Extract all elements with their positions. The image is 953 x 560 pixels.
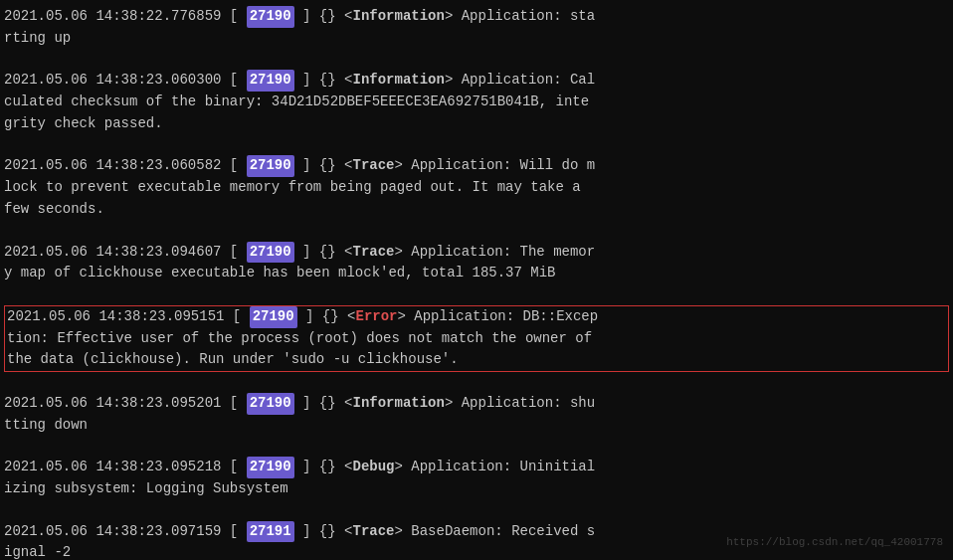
pid-badge: 27190: [247, 242, 294, 264]
log-line-log5: 2021.05.06 14:38:23.095151 [ 27190 ] {} …: [4, 305, 949, 372]
timestamp: 2021.05.06 14:38:23.095218 [: [4, 459, 247, 474]
log-line-log6: 2021.05.06 14:38:23.095201 [ 27190 ] {} …: [4, 393, 949, 436]
timestamp: 2021.05.06 14:38:23.060300 [: [4, 72, 247, 88]
timestamp: 2021.05.06 14:38:23.095151 [: [7, 308, 250, 324]
pid-badge: 27190: [247, 393, 294, 415]
pid-badge: 27190: [247, 6, 294, 28]
log-container: 2021.05.06 14:38:22.776859 [ 27190 ] {} …: [0, 0, 953, 560]
log-mid: ] {}: [294, 244, 344, 260]
log-mid: ] {}: [294, 72, 344, 88]
log-tag-trace: Trace: [352, 523, 394, 539]
timestamp: 2021.05.06 14:38:23.060582 [: [4, 157, 247, 173]
log-line-log2: 2021.05.06 14:38:23.060300 [ 27190 ] {} …: [4, 70, 949, 134]
pid-badge: 27190: [250, 306, 297, 328]
pid-badge: 27190: [247, 457, 294, 478]
pid-badge: 27190: [247, 70, 294, 92]
log-tag-trace: Trace: [352, 244, 394, 260]
log-mid: ] {}: [297, 308, 347, 324]
log-mid: ] {}: [294, 8, 344, 24]
log-tag-debug: Debug: [352, 459, 394, 474]
log-tag-information: Information: [352, 395, 444, 411]
watermark: https://blog.csdn.net/qq_42001778: [726, 534, 943, 551]
log-mid: ] {}: [294, 395, 344, 411]
log-mid: ] {}: [294, 157, 344, 173]
log-line-log4: 2021.05.06 14:38:23.094607 [ 27190 ] {} …: [4, 242, 949, 284]
log-tag-trace: Trace: [352, 157, 394, 173]
timestamp: 2021.05.06 14:38:23.095201 [: [4, 395, 247, 411]
log-tag-information: Information: [352, 8, 444, 24]
log-mid: ] {}: [294, 459, 344, 474]
log-line-log7: 2021.05.06 14:38:23.095218 [ 27190 ] {} …: [4, 457, 949, 499]
log-tag-error: Error: [355, 308, 397, 324]
log-line-log3: 2021.05.06 14:38:23.060582 [ 27190 ] {} …: [4, 155, 949, 220]
log-mid: ] {}: [294, 523, 344, 539]
log-tag-information: Information: [352, 72, 444, 88]
pid-badge: 27190: [247, 155, 294, 177]
timestamp: 2021.05.06 14:38:23.097159 [: [4, 523, 247, 539]
log-line-log1: 2021.05.06 14:38:22.776859 [ 27190 ] {} …: [4, 6, 949, 49]
pid-badge: 27191: [247, 521, 294, 543]
timestamp: 2021.05.06 14:38:22.776859 [: [4, 8, 247, 24]
timestamp: 2021.05.06 14:38:23.094607 [: [4, 244, 247, 260]
